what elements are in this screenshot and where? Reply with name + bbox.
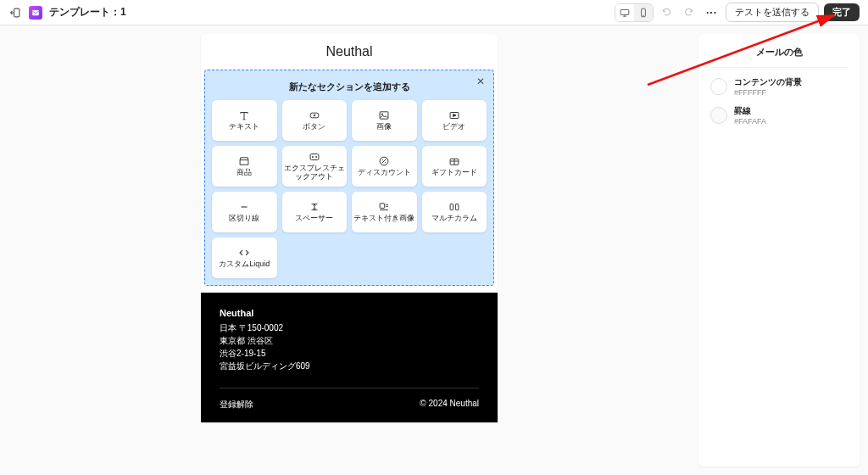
color-row-border[interactable]: 罫線 #FAFAFA [710, 105, 848, 126]
tile-spacer[interactable]: スペーサー [282, 192, 348, 232]
color-row-content-bg[interactable]: コンテンツの背景 #FFFFFF [710, 76, 848, 97]
svg-point-4 [643, 15, 644, 16]
tile-button[interactable]: ボタン [282, 100, 348, 141]
canvas-area: Neuthal ✕ 新たなセクションを追加する テキスト ボタン [8, 34, 690, 467]
redo-button[interactable] [681, 4, 698, 21]
desktop-view-button[interactable] [615, 4, 634, 21]
done-button[interactable]: 完了 [824, 3, 860, 21]
unsubscribe-link[interactable]: 登録解除 [220, 399, 253, 411]
more-menu-button[interactable]: ··· [703, 7, 721, 19]
email-canvas: Neuthal ✕ 新たなセクションを追加する テキスト ボタン [201, 34, 498, 422]
svg-rect-2 [620, 9, 629, 14]
svg-point-12 [315, 157, 316, 158]
tile-image[interactable]: 画像 [352, 100, 417, 141]
image-icon [378, 109, 390, 121]
color-swatch [710, 78, 727, 95]
svg-point-6 [314, 115, 315, 116]
tile-express-checkout[interactable]: エクスプレスチェックアウト [282, 146, 348, 187]
tile-text[interactable]: テキスト [212, 100, 277, 141]
svg-rect-16 [450, 204, 453, 210]
app-icon [29, 6, 42, 20]
footer-address-line: 渋谷2-19-15 [220, 347, 479, 360]
svg-point-8 [381, 114, 382, 115]
send-test-button[interactable]: テストを送信する [726, 3, 819, 22]
button-icon [309, 109, 320, 121]
divider-icon [238, 201, 250, 213]
svg-rect-10 [310, 154, 319, 160]
image-with-text-icon [378, 201, 390, 213]
page-title: テンプレート：1 [49, 5, 126, 20]
sidebar-title: メールの色 [710, 46, 848, 59]
footer-address-line: 宮益坂ビルディング609 [220, 360, 479, 372]
undo-button[interactable] [659, 4, 676, 21]
sidebar-panel: メールの色 コンテンツの背景 #FFFFFF 罫線 #FAFAFA [698, 34, 860, 467]
device-toggle [615, 3, 654, 22]
product-icon [238, 155, 250, 167]
sidebar-divider [710, 67, 848, 68]
tile-video[interactable]: ビデオ [422, 100, 487, 141]
mobile-view-button[interactable] [634, 4, 653, 21]
tile-image-with-text[interactable]: テキスト付き画像 [352, 192, 417, 232]
tile-custom-liquid[interactable]: カスタムLiquid [212, 238, 277, 278]
text-icon [238, 109, 250, 121]
footer-brand: Neuthal [220, 308, 479, 318]
express-checkout-icon [309, 151, 320, 163]
spacer-icon [309, 201, 320, 213]
tile-multicolumn[interactable]: マルチカラム [422, 192, 487, 232]
svg-rect-17 [455, 204, 459, 210]
email-footer: Neuthal 日本 〒150-0002 東京都 渋谷区 渋谷2-19-15 宮… [201, 293, 498, 422]
tile-gift-card[interactable]: ギフトカード [422, 146, 487, 187]
svg-point-11 [312, 157, 313, 158]
email-brand-heading: Neuthal [201, 34, 498, 70]
discount-icon [378, 155, 390, 167]
video-icon [448, 109, 460, 121]
svg-rect-15 [380, 204, 385, 209]
svg-rect-1 [32, 9, 39, 14]
multicolumn-icon [448, 201, 460, 213]
section-picker: ✕ 新たなセクションを追加する テキスト ボタン 画 [204, 70, 494, 286]
svg-rect-0 [14, 8, 19, 17]
exit-button[interactable] [8, 6, 22, 20]
code-icon [238, 247, 250, 259]
tile-product[interactable]: 商品 [212, 146, 277, 187]
picker-title: 新たなセクションを追加する [212, 77, 487, 100]
footer-divider [220, 388, 479, 388]
footer-address-line: 東京都 渋谷区 [220, 334, 479, 347]
tile-divider[interactable]: 区切り線 [212, 192, 277, 232]
svg-rect-7 [380, 112, 388, 119]
color-swatch [710, 107, 727, 124]
tile-discount[interactable]: ディスカウント [352, 146, 417, 187]
picker-close-button[interactable]: ✕ [476, 75, 485, 87]
gift-card-icon [448, 155, 460, 167]
topbar: テンプレート：1 ··· テストを送信する 完了 [0, 0, 868, 25]
footer-copyright: © 2024 Neuthal [420, 399, 479, 411]
footer-address-line: 日本 〒150-0002 [220, 321, 479, 334]
